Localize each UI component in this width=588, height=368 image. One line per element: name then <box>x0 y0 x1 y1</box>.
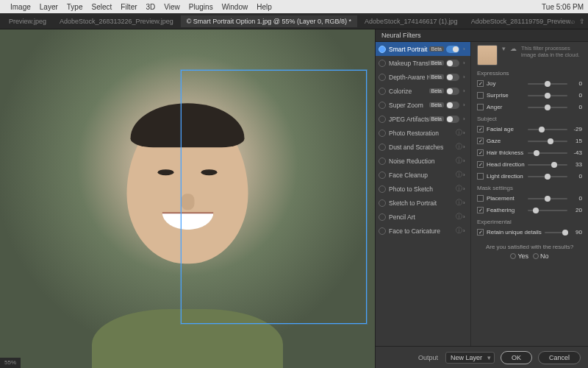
slider-knob[interactable] <box>545 81 551 87</box>
satisfied-yes[interactable]: Yes <box>510 252 528 260</box>
slider-value: 0 <box>570 195 582 202</box>
chevron-down-icon[interactable]: ▾ <box>502 45 506 52</box>
filter-toggle[interactable] <box>446 88 459 95</box>
info-icon[interactable]: ⓘ <box>456 128 462 138</box>
menu-window[interactable]: Window <box>222 3 248 11</box>
slider-checkbox[interactable] <box>477 173 484 180</box>
slider-track[interactable] <box>545 232 567 233</box>
filter-pencil-art[interactable]: Pencil Artⓘ› <box>376 210 470 224</box>
filter-toggle[interactable] <box>446 60 459 67</box>
document-tab[interactable]: © Smart Portrait Option 1.jpg @ 55% (Lay… <box>181 15 357 27</box>
slider-track[interactable] <box>528 210 567 211</box>
filter-dot-icon <box>379 213 386 221</box>
slider-knob[interactable] <box>551 162 557 168</box>
slider-track[interactable] <box>528 129 567 130</box>
info-icon[interactable]: ⓘ <box>456 142 462 152</box>
filter-smart-portrait[interactable]: Smart PortraitBeta› <box>376 42 470 56</box>
info-icon[interactable]: ⓘ <box>456 226 462 236</box>
cancel-button[interactable]: Cancel <box>538 351 581 364</box>
info-icon[interactable]: ⓘ <box>456 212 462 222</box>
slider-track[interactable] <box>528 164 567 166</box>
document-tab[interactable]: AdobeStock_174146617 (1).jpg <box>359 15 464 27</box>
slider-checkbox[interactable] <box>477 229 484 236</box>
ok-button[interactable]: OK <box>501 351 532 364</box>
slider-checkbox[interactable] <box>477 161 484 168</box>
slider-knob[interactable] <box>545 93 551 99</box>
menu-filter[interactable]: Filter <box>121 3 137 11</box>
filter-makeup-transfer[interactable]: Makeup TransferBeta› <box>376 56 470 70</box>
slider-placement: Placement0 <box>477 193 582 204</box>
document-tab[interactable]: Preview.jpeg <box>3 15 52 27</box>
info-icon[interactable]: ⓘ <box>456 198 462 208</box>
filter-toggle[interactable] <box>446 74 459 81</box>
slider-knob[interactable] <box>533 208 539 213</box>
chevron-right-icon: › <box>463 213 467 220</box>
info-icon[interactable]: ⓘ <box>456 156 462 166</box>
slider-knob[interactable] <box>545 174 551 180</box>
slider-checkbox[interactable] <box>477 126 484 132</box>
menu-type[interactable]: Type <box>67 3 83 11</box>
slider-checkbox[interactable] <box>477 104 484 110</box>
menu-3d[interactable]: 3D <box>146 3 156 11</box>
menu-select[interactable]: Select <box>92 3 112 11</box>
menu-view[interactable]: View <box>164 3 180 11</box>
document-tab[interactable]: AdobeStock_281119759_Preview.jpe <box>465 15 571 27</box>
face-selection-box[interactable] <box>181 70 367 324</box>
slider-track[interactable] <box>528 141 567 142</box>
slider-knob[interactable] <box>539 127 545 132</box>
slider-knob[interactable] <box>548 138 553 144</box>
document-tab[interactable]: AdobeStock_268313226_Preview.jpeg <box>54 15 179 27</box>
satisfied-no[interactable]: No <box>533 252 549 260</box>
filter-dust-and-scratches[interactable]: Dust and Scratchesⓘ› <box>376 140 470 154</box>
filter-face-to-caricature[interactable]: Face to Caricatureⓘ› <box>376 224 470 238</box>
slider-knob[interactable] <box>545 105 551 110</box>
slider-knob[interactable] <box>562 230 568 236</box>
slider-track[interactable] <box>528 152 567 154</box>
slider-checkbox[interactable] <box>477 149 484 156</box>
filter-photo-restoration[interactable]: Photo Restorationⓘ› <box>376 126 470 140</box>
search-icon[interactable]: ⌕ <box>571 18 575 25</box>
slider-retain: Retain unique details90 <box>477 227 582 238</box>
slider-knob[interactable] <box>534 150 539 156</box>
filter-super-zoom[interactable]: Super ZoomBeta› <box>376 98 470 112</box>
chevron-right-icon: › <box>463 158 467 164</box>
slider-checkbox[interactable] <box>477 195 484 202</box>
slider-label: Facial age <box>487 126 525 132</box>
slider-checkbox[interactable] <box>477 92 484 99</box>
slider-knob[interactable] <box>545 196 551 202</box>
slider-track[interactable] <box>528 107 567 108</box>
info-icon[interactable]: ⓘ <box>456 170 462 180</box>
slider-checkbox[interactable] <box>477 207 484 213</box>
filter-toggle[interactable] <box>446 102 459 109</box>
filter-dot-icon <box>379 144 386 151</box>
filter-sketch-to-portrait[interactable]: Sketch to Portraitⓘ› <box>376 196 470 210</box>
filter-noise-reduction[interactable]: Noise Reductionⓘ› <box>376 154 470 168</box>
filter-label: Smart Portrait <box>389 46 429 53</box>
slider-track[interactable] <box>528 95 567 96</box>
info-icon[interactable]: ⓘ <box>456 184 462 194</box>
filter-toggle[interactable] <box>446 116 459 123</box>
menu-image[interactable]: Image <box>10 3 31 11</box>
slider-gaze: Gaze15 <box>477 135 582 146</box>
slider-track[interactable] <box>528 83 567 85</box>
menu-help[interactable]: Help <box>257 3 272 11</box>
filter-depth-aware-haze[interactable]: Depth-Aware HazeBeta› <box>376 70 470 84</box>
slider-checkbox[interactable] <box>477 138 484 144</box>
menu-layer[interactable]: Layer <box>40 3 58 11</box>
menu-plugins[interactable]: Plugins <box>189 3 213 11</box>
filter-toggle[interactable] <box>446 46 459 53</box>
chevron-right-icon: › <box>463 74 467 80</box>
filter-colorize[interactable]: ColorizeBeta› <box>376 84 470 98</box>
share-icon[interactable]: ⇪ <box>579 18 585 25</box>
filter-dot-icon <box>379 116 386 123</box>
output-select[interactable]: New Layer <box>445 352 495 364</box>
slider-track[interactable] <box>528 198 567 199</box>
slider-track[interactable] <box>528 176 567 177</box>
slider-checkbox[interactable] <box>477 80 484 87</box>
filter-photo-to-sketch[interactable]: Photo to Sketchⓘ› <box>376 182 470 196</box>
filter-jpeg-artifacts-re-[interactable]: JPEG Artifacts Re…Beta› <box>376 112 470 126</box>
filter-face-cleanup[interactable]: Face Cleanupⓘ› <box>376 168 470 182</box>
canvas[interactable]: 55% <box>0 29 375 368</box>
slider-value: -43 <box>570 149 582 156</box>
face-thumbnail[interactable] <box>477 45 498 66</box>
